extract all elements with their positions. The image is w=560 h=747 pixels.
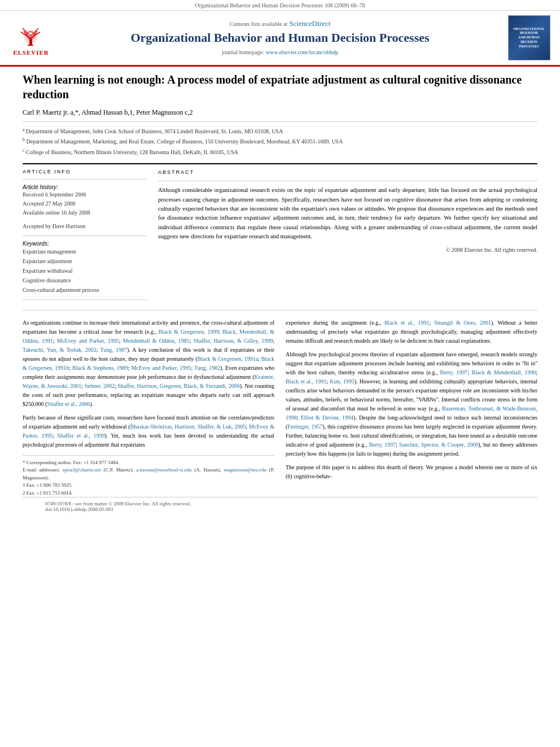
article-info: ARTICLE INFO Article history: Received 6… [23,169,147,304]
cite-selmer: Selmer, 2002 [85,383,115,389]
para-1: As organizations continue to increase th… [23,318,274,409]
divider-3 [23,310,537,311]
info-divider-bot [23,299,147,300]
main-text-columns: As organizations continue to increase th… [23,318,537,497]
elsevier-tree-icon [15,20,46,48]
email3-link[interactable]: magnusson@niu.edu [224,467,267,473]
authors-line: Carl P. Maertz jr. a,*, Ahmad Hassan b,1… [23,108,537,117]
para-right-3: The purpose of this paper is to address … [286,463,537,481]
footer-text1: 0749-5978/$ - see front matter © 2008 El… [45,501,515,506]
cite-shaffer: Shaffer, Harrison, & Gilley, 1999 [194,338,273,344]
para-right-2: Although few psychological process theor… [286,350,537,458]
divider-1 [23,121,537,122]
article-body: When learning is not enough: A process m… [0,67,560,527]
cite-black-gregersen-1999: Black & Gregersen, 1999 [159,329,219,335]
cite-shaffer-2006: Shaffer, Harrison, Gregeren, Black, & Fe… [117,383,239,389]
abstract-text: Although considerable organizational res… [158,186,537,241]
cite-black-mendenhall: Black & Mendenhall, 1990 [471,369,536,375]
cite-mendenhall: Mendenhall & Oddou, 1985 [123,338,190,344]
journal-citation: Organizational Behavior and Human Decisi… [0,0,560,11]
affiliation-a: a Department of Management, John Cook Sc… [23,126,537,136]
keywords-label: Keywords: [23,241,147,247]
abstract-divider [158,181,537,181]
cite-shaffer-1999: Shaffer et al., 1999 [57,433,104,439]
keyword-3: Expatriate withdrawal [23,266,147,276]
editor-text: Accepted by Dave Harrison [23,222,147,231]
homepage-line: journal homepage: www.elsevier.com/locat… [222,47,338,56]
affiliation-b: b Department of Management, Marketing, a… [23,137,537,146]
keyword-1: Expatriate management [23,247,147,256]
homepage-url: www.elsevier.com/locate/obhdp [266,49,338,55]
received-date: Received 6 September 2006 [23,190,147,199]
homepage-label: journal homepage: [222,49,264,55]
article-history: Article history: Received 6 September 20… [23,184,147,217]
history-label: Article history: [23,184,147,190]
abstract-label: ABSTRACT [158,169,537,177]
journal-title-area: Contents lists available at ScienceDirec… [62,15,498,60]
cite-sanchez: Sanchez, Spector, & Cooper, 2000 [399,442,478,448]
cite-sinangil: Sinangil & Ones, 2001 [434,320,491,326]
accepted-by: Accepted by Dave Harrison [23,222,147,231]
cite-black-1991a: Black & Gregersen, 1991a [198,356,259,362]
journal-cover-area: ORGANIZATIONAL BEHAVIOR AND HUMAN DECISI… [504,15,554,60]
keywords-section: Keywords: Expatriate management Expatria… [23,241,147,295]
affiliation-c: c College of Business, Northern Illinois… [23,147,537,156]
info-divider-mid [23,235,147,236]
info-divider-top [23,179,147,180]
svg-rect-9 [28,45,33,46]
keyword-2: Expatriate adjustment [23,256,147,266]
sciencedirect-link[interactable]: ScienceDirect [289,19,330,28]
cover-title-text: ORGANIZATIONAL BEHAVIOR AND HUMAN DECISI… [513,27,545,49]
keyword-4: Cognitive dissonance [23,276,147,285]
elsevier-logo: ELSEVIER [13,20,49,56]
elsevier-logo-area: ELSEVIER [6,15,56,60]
email1-link[interactable]: spira3@charter.net [63,467,101,473]
cite-festinger: Festinger, 1957 [287,423,322,430]
cite-mcevoy-1995: McEvoy and Parker, 1995 [131,365,191,371]
sciencedirect-line: Contents lists available at ScienceDirec… [230,19,331,28]
keyword-5: Cross-cultural adjustment process [23,285,147,295]
fax2: 2 Fax: +1 815 753 6014. [23,490,274,497]
divider-2 [23,163,537,164]
cite-black-1991-2: Black et al., 1991 [286,378,326,385]
email2-name: (A. Hassan), [194,467,221,473]
cite-berry-1997-2: Berry, 1997 [369,442,396,448]
copyright: © 2008 Elsevier Inc. All rights reserved… [158,246,537,254]
footer: 0749-5978/$ - see front matter © 2008 El… [23,497,537,516]
info-abstract-section: ARTICLE INFO Article history: Received 6… [23,169,537,304]
journal-header: ELSEVIER Contents lists available at Sci… [0,11,560,67]
cite-bhaskar: Bhaskar-Shrinivas, Harrison, Shaffer, & … [130,423,246,430]
accepted-date: Accepted 27 May 2008 [23,199,147,208]
cite-shaffer-et-al: Shaffer et al., 2006 [47,401,90,407]
cite-tung: Tung, 1987 [100,347,126,353]
cite-kim: Kim, 1995 [330,378,354,385]
cite-elliot: Elliot & Devine, 1994 [301,414,353,421]
cite-tung-1982: Tung, 1982 [194,365,220,371]
affiliations: a Department of Management, John Cook Sc… [23,126,537,156]
article-info-label: ARTICLE INFO [23,169,147,174]
footnote-corresponding: * Corresponding author. Fax: +1 314 977 … [23,459,274,467]
cite-black-1991-r: Black et al., 1991 [384,320,430,326]
footnotes: * Corresponding author. Fax: +1 314 977 … [23,455,274,497]
cite-takeuchi: Takeuchi, Yun, & Tesluk, 2002 [23,347,97,353]
email2-link[interactable]: a.hassan@morehead-st.edu [136,467,191,473]
text-col-right: experience during the assignment (e.g., … [286,318,537,497]
abstract-section: ABSTRACT Although considerable organizat… [158,169,537,304]
citation-text: Organizational Behavior and Human Decisi… [195,2,365,8]
footnote-email: E-mail addresses: spira3@charter.net (C.… [23,466,274,482]
para-right-1: experience during the assignment (e.g., … [286,318,537,346]
para-2: Partly because of these significant cost… [23,413,274,449]
online-date: Available online 16 July 2008 [23,208,147,217]
authors-text: Carl P. Maertz jr. a,*, Ahmad Hassan b,1… [23,108,193,116]
footer-text2: doi:10.1016/j.obhdp.2008.05.003 [45,506,515,512]
journal-cover-image: ORGANIZATIONAL BEHAVIOR AND HUMAN DECISI… [508,15,550,60]
email1-name: (C.P. Maertz), [104,467,134,473]
article-title: When learning is not enough: A process m… [23,72,537,102]
journal-title: Organizational Behavior and Human Decisi… [130,30,429,45]
cite-black-stephens: Black & Stephens, 1989 [72,365,128,371]
cite-mcevoy: McEvoy and Parker, 1995 [57,338,119,344]
text-col-left: As organizations continue to increase th… [23,318,274,497]
elsevier-wordmark: ELSEVIER [13,49,49,56]
cite-berry-1997: Berry, 1997 [440,369,468,375]
fax1: 1 Fax: +1 606 783 5025. [23,482,274,490]
